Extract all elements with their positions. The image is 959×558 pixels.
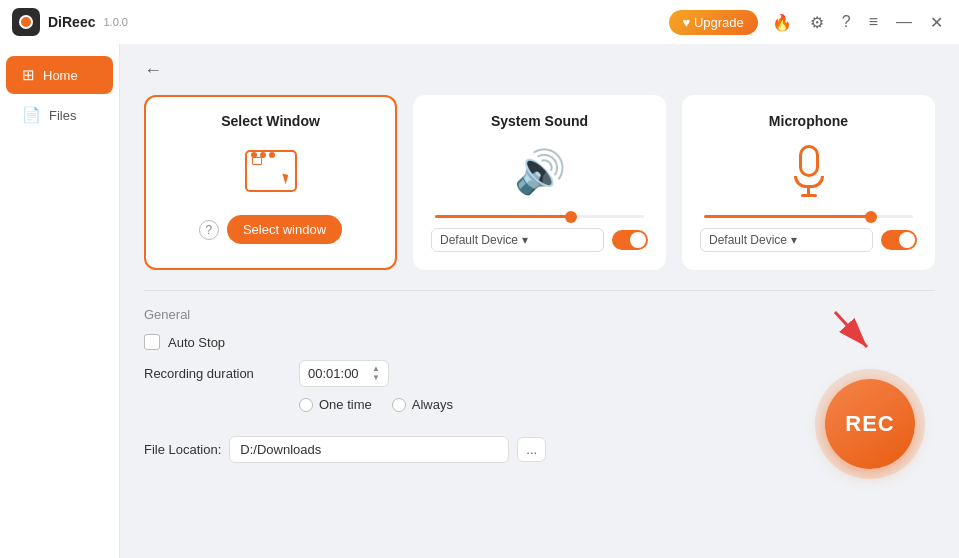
- app-name: DiReec: [48, 14, 95, 30]
- duration-input[interactable]: 00:01:00 ▲ ▼: [299, 360, 389, 387]
- file-location-browse-button[interactable]: ...: [517, 437, 546, 462]
- system-sound-title: System Sound: [491, 113, 588, 129]
- select-window-icon-area: [241, 141, 301, 201]
- always-radio[interactable]: [392, 398, 406, 412]
- one-time-option[interactable]: One time: [299, 397, 372, 412]
- minimize-icon[interactable]: —: [892, 11, 916, 33]
- slider-track: [435, 215, 644, 218]
- system-sound-device: Default Device: [440, 233, 518, 247]
- titlebar: DiReec 1.0.0 ♥ Upgrade 🔥 ⚙ ? ≡ — ✕: [0, 0, 959, 44]
- app-version: 1.0.0: [103, 16, 127, 28]
- mic-body: [799, 145, 819, 177]
- mic-base: [801, 194, 817, 197]
- spinner-up[interactable]: ▲: [372, 365, 380, 373]
- titlebar-left: DiReec 1.0.0: [12, 8, 128, 36]
- rec-button[interactable]: REC: [825, 379, 915, 469]
- always-label: Always: [412, 397, 453, 412]
- files-icon: 📄: [22, 106, 41, 124]
- general-section: General Auto Stop Recording duration 00:…: [144, 307, 935, 463]
- select-window-button[interactable]: Select window: [227, 215, 342, 244]
- section-divider: [144, 290, 935, 291]
- window-icon: [245, 150, 297, 192]
- file-location-input[interactable]: D:/Downloads: [229, 436, 509, 463]
- arrow-indicator: [825, 307, 885, 361]
- microphone-icon-area: [779, 141, 839, 201]
- always-option[interactable]: Always: [392, 397, 453, 412]
- fire-icon[interactable]: 🔥: [768, 11, 796, 34]
- slider-fill: [435, 215, 571, 218]
- window-help-icon[interactable]: ?: [199, 220, 219, 240]
- settings-icon[interactable]: ⚙: [806, 11, 828, 34]
- app-logo-circle: [19, 15, 33, 29]
- duration-value: 00:01:00: [308, 366, 359, 381]
- window-icon-wrap: [245, 150, 297, 192]
- microphone-device: Default Device: [709, 233, 787, 247]
- microphone-icon: [794, 145, 824, 197]
- one-time-label: One time: [319, 397, 372, 412]
- rec-section: REC: [815, 307, 925, 479]
- home-icon: ⊞: [22, 66, 35, 84]
- titlebar-right: ♥ Upgrade 🔥 ⚙ ? ≡ — ✕: [669, 10, 947, 35]
- recording-duration-label: Recording duration: [144, 366, 289, 381]
- window-dots: [247, 152, 295, 158]
- microphone-chevron: ▾: [791, 233, 797, 247]
- sidebar-files-label: Files: [49, 108, 76, 123]
- main-content: ← Select Window: [120, 44, 959, 558]
- duration-spinners: ▲ ▼: [372, 365, 380, 382]
- microphone-bottom: Default Device ▾: [700, 228, 917, 252]
- dot3: [269, 152, 275, 158]
- cards-row: Select Window ?: [144, 95, 935, 270]
- back-button[interactable]: ←: [144, 60, 162, 81]
- app-layout: ⊞ Home 📄 Files ← Select Window: [0, 44, 959, 558]
- sidebar-item-home[interactable]: ⊞ Home: [6, 56, 113, 94]
- microphone-dropdown[interactable]: Default Device ▾: [700, 228, 873, 252]
- mic-slider-thumb[interactable]: [865, 211, 877, 223]
- sidebar-home-label: Home: [43, 68, 78, 83]
- file-location-value: D:/Downloads: [240, 442, 321, 457]
- slider-thumb[interactable]: [565, 211, 577, 223]
- upgrade-button[interactable]: ♥ Upgrade: [669, 10, 758, 35]
- mic-slider-track: [704, 215, 913, 218]
- select-window-card: Select Window ?: [144, 95, 397, 270]
- arrow-svg: [825, 307, 885, 357]
- file-location-label: File Location:: [144, 442, 221, 457]
- microphone-title: Microphone: [769, 113, 848, 129]
- mic-stand: [794, 176, 824, 188]
- auto-stop-label: Auto Stop: [168, 335, 225, 350]
- system-sound-card: System Sound 🔊 Default Device ▾: [413, 95, 666, 270]
- one-time-radio[interactable]: [299, 398, 313, 412]
- dot1: [251, 152, 257, 158]
- system-sound-bottom: Default Device ▾: [431, 228, 648, 252]
- rec-outer-ring: REC: [815, 369, 925, 479]
- help-icon[interactable]: ?: [838, 11, 855, 33]
- spinner-down[interactable]: ▼: [372, 374, 380, 382]
- select-window-bottom: ? Select window: [162, 215, 379, 244]
- close-icon[interactable]: ✕: [926, 11, 947, 34]
- mic-slider-fill: [704, 215, 871, 218]
- system-sound-toggle[interactable]: [612, 230, 648, 250]
- volume-icon: 🔊: [514, 147, 566, 196]
- dot2: [260, 152, 266, 158]
- menu-icon[interactable]: ≡: [865, 11, 882, 33]
- sidebar: ⊞ Home 📄 Files: [0, 44, 120, 558]
- microphone-toggle[interactable]: [881, 230, 917, 250]
- svg-line-1: [835, 312, 867, 347]
- system-sound-icon-area: 🔊: [510, 141, 570, 201]
- select-window-title: Select Window: [221, 113, 320, 129]
- cursor-icon: [279, 173, 287, 184]
- microphone-card: Microphone: [682, 95, 935, 270]
- microphone-slider: [700, 215, 917, 218]
- sidebar-item-files[interactable]: 📄 Files: [6, 96, 113, 134]
- system-sound-chevron: ▾: [522, 233, 528, 247]
- app-logo: [12, 8, 40, 36]
- auto-stop-checkbox[interactable]: [144, 334, 160, 350]
- system-sound-slider: [431, 215, 648, 218]
- system-sound-dropdown[interactable]: Default Device ▾: [431, 228, 604, 252]
